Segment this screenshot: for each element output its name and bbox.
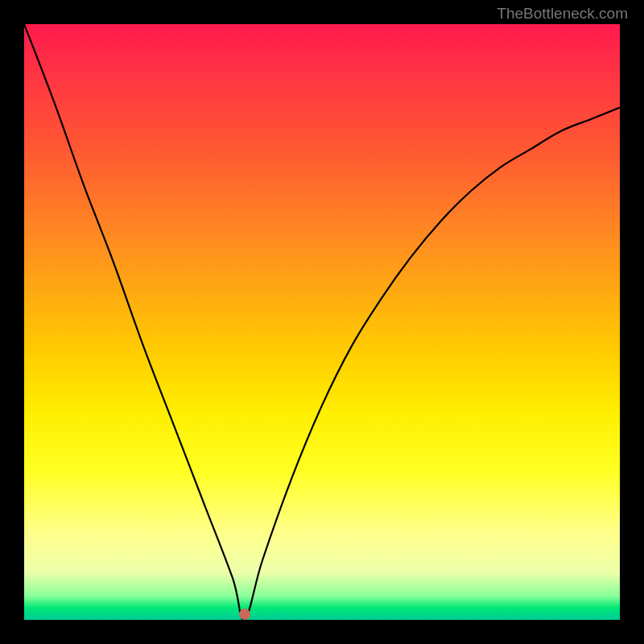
plot-area [24,24,620,620]
chart-container: TheBottleneck.com [0,0,644,644]
watermark-text: TheBottleneck.com [497,5,628,23]
optimal-point-marker [239,609,250,620]
bottleneck-curve [24,24,620,620]
curve-svg [24,24,620,620]
